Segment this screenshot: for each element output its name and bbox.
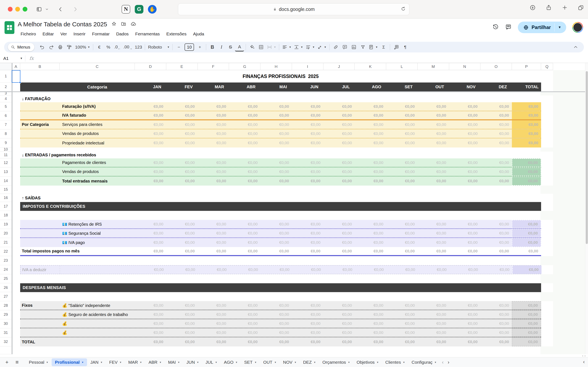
cell-label-b[interactable]: [20, 310, 60, 319]
column-header-D[interactable]: D: [135, 63, 166, 70]
cell[interactable]: €0,00: [418, 238, 449, 247]
menu-inserir[interactable]: Inserir: [71, 30, 88, 38]
cell-label-b[interactable]: [20, 102, 60, 111]
cell[interactable]: [12, 138, 20, 148]
increase-decimals-button[interactable]: .00→: [122, 43, 133, 51]
cell[interactable]: €0,00: [449, 138, 480, 148]
cell-label-b[interactable]: [20, 176, 60, 185]
address-bar[interactable]: docs.google.com: [178, 3, 409, 15]
vertical-scrollbar-thumb[interactable]: [586, 71, 588, 244]
cell[interactable]: €0,00: [323, 238, 355, 247]
cell-label-c[interactable]: Propriedade intelectual: [60, 138, 135, 148]
cell[interactable]: €0,00: [480, 328, 512, 337]
cell[interactable]: [12, 220, 20, 229]
sheet-tab-dez[interactable]: DEZ▼: [300, 358, 319, 366]
cell[interactable]: €0,00: [292, 328, 323, 337]
cell[interactable]: €0,00: [260, 328, 292, 337]
cell-label-b[interactable]: [20, 129, 60, 138]
cell[interactable]: €0,00: [260, 129, 292, 138]
cell[interactable]: €0,00: [512, 229, 541, 237]
cell[interactable]: €0,00: [198, 337, 229, 346]
cell[interactable]: €0,00: [418, 229, 449, 237]
cell[interactable]: €0,00: [166, 220, 198, 228]
cell-label-c[interactable]: 💶 Segurança Social: [60, 229, 135, 237]
cell-label-c[interactable]: Total entradas mensais: [60, 176, 135, 185]
row-header-4[interactable]: 4: [0, 95, 12, 102]
menu-formatar[interactable]: Formatar: [89, 30, 112, 38]
cell[interactable]: €0,00: [418, 102, 449, 111]
share-button[interactable]: Partilhar ▼: [518, 22, 566, 33]
cell-label-b[interactable]: [20, 158, 60, 167]
cell[interactable]: €0,00: [198, 266, 230, 274]
cell[interactable]: €0,00: [449, 111, 480, 119]
cell[interactable]: €0,00: [198, 176, 229, 185]
row-header-22[interactable]: 22: [0, 247, 12, 256]
name-box[interactable]: A1 ▼: [0, 56, 25, 61]
cell[interactable]: €0,00: [198, 301, 229, 310]
cell[interactable]: €0,00: [166, 301, 198, 310]
cell[interactable]: €0,00: [323, 120, 355, 129]
cell[interactable]: €0,00: [260, 102, 292, 111]
cell[interactable]: €0,00: [198, 319, 229, 328]
cell[interactable]: €0,00: [418, 111, 449, 119]
cell[interactable]: €0,00: [198, 111, 229, 119]
undo-button[interactable]: [38, 43, 47, 51]
format-percent-button[interactable]: %: [104, 43, 113, 51]
row-header-2[interactable]: 2: [0, 83, 12, 91]
header-month-AGO[interactable]: AGO: [355, 84, 386, 89]
cell[interactable]: €0,00: [166, 176, 198, 185]
cell[interactable]: €0,00: [198, 310, 229, 319]
header-month-NOV[interactable]: NOV: [449, 84, 480, 89]
row-header-18[interactable]: 18: [0, 211, 12, 220]
cell[interactable]: [12, 129, 20, 138]
cell[interactable]: €0,00: [512, 102, 541, 111]
row-header-19[interactable]: 19: [0, 220, 12, 229]
tab-scroll-right-icon[interactable]: ›: [448, 359, 449, 365]
cell[interactable]: €0,00: [198, 238, 229, 247]
cell[interactable]: €0,00: [386, 102, 418, 111]
menu-extensões[interactable]: Extensões: [163, 30, 189, 38]
cell[interactable]: €0,00: [418, 337, 449, 346]
cell[interactable]: €0,00: [386, 120, 418, 129]
header-month-DEZ[interactable]: DEZ: [480, 84, 512, 89]
all-sheets-icon[interactable]: ≡: [16, 359, 18, 365]
cell[interactable]: €0,00: [355, 247, 386, 255]
cell[interactable]: €0,00: [324, 266, 355, 274]
cell[interactable]: €0,00: [480, 337, 512, 346]
cell[interactable]: €0,00: [481, 266, 512, 274]
create-filter-button[interactable]: [358, 43, 367, 51]
cell[interactable]: €0,00: [292, 266, 324, 274]
cell[interactable]: [541, 265, 553, 274]
cell[interactable]: €0,00: [229, 167, 260, 176]
cell[interactable]: €0,00: [135, 310, 166, 319]
cell[interactable]: €0,00: [135, 129, 166, 138]
bold-button[interactable]: B: [208, 43, 217, 51]
column-header-K[interactable]: K: [355, 63, 386, 70]
cell[interactable]: €0,00: [418, 301, 449, 310]
row-header-31[interactable]: 31: [0, 328, 12, 337]
menus-search[interactable]: Menus: [8, 43, 34, 51]
tab-scroll-left-icon[interactable]: ‹: [442, 359, 444, 365]
sheet-tab-jun[interactable]: JUN▼: [183, 358, 202, 366]
sheet-tab-pessoal[interactable]: Pessoal▼: [25, 358, 52, 366]
cell[interactable]: €0,00: [418, 158, 449, 167]
cell[interactable]: €0,00: [449, 266, 481, 274]
cell[interactable]: €0,00: [166, 229, 198, 237]
sheet-tab-set[interactable]: SET▼: [241, 358, 260, 366]
cell[interactable]: [12, 229, 20, 238]
font-size-decrease[interactable]: −: [174, 43, 183, 51]
cell[interactable]: €0,00: [512, 319, 541, 328]
cell[interactable]: €0,00: [449, 328, 480, 337]
cell[interactable]: €0,00: [512, 129, 541, 138]
cell[interactable]: €0,00: [229, 158, 260, 167]
cell[interactable]: [541, 301, 553, 310]
row-header-24[interactable]: 24: [0, 265, 12, 274]
cell[interactable]: €0,00: [418, 120, 449, 129]
version-history-icon[interactable]: [492, 24, 499, 31]
cell[interactable]: €0,00: [135, 328, 166, 337]
cell[interactable]: €0,00: [166, 328, 198, 337]
cell[interactable]: €0,00: [323, 247, 355, 255]
cell-label-c[interactable]: 💰: [60, 328, 135, 337]
cell[interactable]: €0,00: [449, 158, 480, 167]
new-tab-icon[interactable]: [562, 5, 568, 11]
